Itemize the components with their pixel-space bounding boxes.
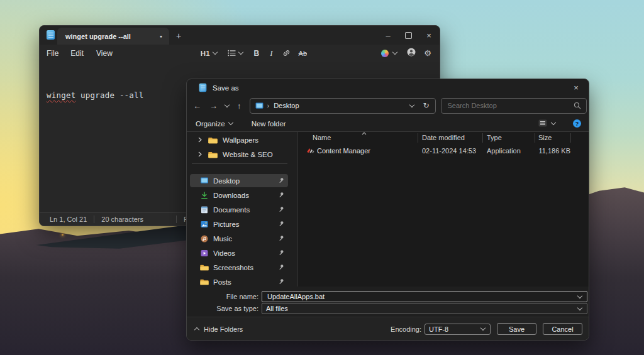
breadcrumb-arrow: ›	[267, 102, 270, 109]
bullet-list-icon	[228, 50, 236, 57]
heading-style-button[interactable]: H1	[201, 50, 210, 57]
sidebar-item-desktop[interactable]: Desktop	[190, 174, 288, 187]
help-icon[interactable]: ?	[573, 119, 581, 128]
file-name-label: File name:	[187, 293, 258, 300]
search-box[interactable]	[441, 98, 587, 114]
notepad-tab-bar: winget upgrade --all ● + – ×	[40, 26, 440, 45]
back-button[interactable]: ←	[193, 101, 201, 111]
cancel-button[interactable]: Cancel	[543, 323, 582, 335]
notepad-active-tab[interactable]: winget upgrade --all ●	[57, 28, 169, 45]
column-header-type[interactable]: Type	[487, 134, 502, 141]
editor-line-1: winget upgrade --all	[47, 90, 144, 100]
sidebar-item-label: Documents	[213, 206, 250, 214]
menu-view[interactable]: View	[96, 49, 113, 58]
save-as-type-label: Save as type:	[187, 305, 258, 312]
clear-formatting-button[interactable]: Ab	[299, 50, 307, 57]
sidebar-item-documents[interactable]: Documents	[190, 203, 288, 216]
character-count: 20 characters	[101, 216, 143, 223]
close-button[interactable]: ×	[418, 26, 440, 45]
new-folder-button[interactable]: New folder	[252, 120, 286, 128]
dialog-footer: Hide Folders Encoding: UTF-8 Save Cancel	[187, 317, 589, 341]
up-button[interactable]: ↑	[237, 101, 242, 111]
cursor-position: Ln 1, Col 21	[50, 216, 87, 223]
list-format-button[interactable]	[228, 50, 236, 57]
pin-icon	[278, 192, 284, 198]
view-mode-chevron-icon[interactable]	[551, 120, 556, 125]
refresh-icon[interactable]: ↻	[423, 101, 429, 110]
search-input[interactable]	[447, 101, 574, 110]
file-name-cell: Content Manager	[317, 147, 370, 155]
view-mode-button[interactable]	[538, 118, 547, 129]
folder-icon	[208, 151, 218, 158]
save-as-type-combobox[interactable]: All files	[262, 303, 587, 314]
settings-gear-icon[interactable]: ⚙	[424, 48, 431, 58]
folder-icon	[208, 136, 218, 144]
column-divider	[535, 133, 535, 143]
sidebar-item-label: Videos	[213, 249, 235, 257]
sidebar-item-wallpapers[interactable]: Wallpapers	[190, 133, 288, 146]
address-dropdown-chevron-icon[interactable]	[409, 102, 414, 107]
new-tab-button[interactable]: +	[172, 28, 186, 44]
navigation-sidebar: Wallpapers Website & SEO Desktop Downloa…	[187, 132, 297, 287]
folder-icon	[200, 264, 209, 271]
notepad-app-icon	[199, 84, 207, 92]
sidebar-divider	[297, 132, 298, 287]
organize-button[interactable]: Organize	[196, 120, 225, 128]
file-name-input[interactable]	[266, 292, 578, 301]
copilot-icon[interactable]	[381, 50, 389, 57]
notepad-app-icon	[47, 30, 55, 40]
misspelled-word: winget	[47, 90, 75, 100]
forward-button[interactable]: →	[209, 101, 218, 111]
bold-button[interactable]: B	[254, 49, 260, 58]
column-header-size[interactable]: Size	[538, 134, 552, 141]
sidebar-item-pictures[interactable]: Pictures	[190, 217, 288, 231]
dialog-close-button[interactable]: ×	[564, 79, 589, 96]
save-button[interactable]: Save	[497, 323, 536, 335]
table-row[interactable]: Content Manager 02-11-2024 14:53 Applica…	[300, 145, 587, 157]
sidebar-item-music[interactable]: Music	[190, 232, 288, 245]
chevron-down-icon[interactable]	[238, 50, 243, 55]
details-view-icon	[538, 119, 547, 127]
save-as-type-dropdown-chevron-icon[interactable]	[577, 305, 582, 310]
organize-chevron-icon	[228, 120, 233, 125]
pictures-icon	[201, 221, 208, 228]
italic-button[interactable]: I	[270, 48, 272, 58]
encoding-combobox[interactable]: UTF-8	[425, 324, 491, 335]
downloads-icon	[201, 192, 208, 199]
sidebar-item-label: Screenshots	[213, 264, 253, 271]
account-button[interactable]	[407, 48, 416, 59]
sidebar-item-label: Pictures	[213, 221, 240, 228]
expand-chevron-icon[interactable]	[197, 151, 203, 157]
desktop-icon	[255, 102, 264, 109]
menu-file[interactable]: File	[47, 49, 58, 58]
chevron-down-icon[interactable]	[212, 50, 217, 55]
address-bar[interactable]: › Desktop ↻	[250, 98, 436, 114]
file-name-dropdown-chevron-icon[interactable]	[577, 293, 582, 298]
date-modified-cell: 02-11-2024 14:53	[422, 147, 476, 155]
sidebar-item-videos[interactable]: Videos	[190, 246, 288, 259]
dialog-title: Save as	[213, 84, 239, 92]
pin-icon	[278, 264, 284, 270]
minimize-button[interactable]: –	[378, 26, 398, 45]
column-header-date[interactable]: Date modified	[422, 134, 465, 141]
sidebar-item-label: Music	[213, 235, 232, 243]
recent-locations-chevron-icon[interactable]	[225, 102, 230, 107]
encoding-label: Encoding:	[391, 325, 421, 333]
pin-icon	[278, 177, 284, 183]
sidebar-item-screenshots[interactable]: Screenshots	[190, 261, 288, 274]
maximize-button[interactable]	[398, 26, 418, 45]
sidebar-item-posts[interactable]: Posts	[190, 275, 288, 287]
sidebar-item-website-seo[interactable]: Website & SEO	[190, 148, 288, 161]
expand-chevron-icon[interactable]	[197, 137, 203, 143]
hide-folders-button[interactable]: Hide Folders	[204, 325, 243, 333]
link-button[interactable]	[282, 49, 291, 57]
sidebar-item-downloads[interactable]: Downloads	[190, 188, 288, 202]
sidebar-item-label: Posts	[213, 278, 231, 286]
file-name-combobox[interactable]	[262, 291, 587, 302]
dialog-title-bar: Save as ×	[187, 79, 589, 96]
menu-edit[interactable]: Edit	[70, 49, 84, 58]
column-header-name[interactable]: Name	[313, 134, 331, 141]
breadcrumb-location[interactable]: Desktop	[274, 102, 299, 109]
column-divider	[482, 133, 483, 143]
chevron-down-icon[interactable]	[392, 50, 397, 55]
